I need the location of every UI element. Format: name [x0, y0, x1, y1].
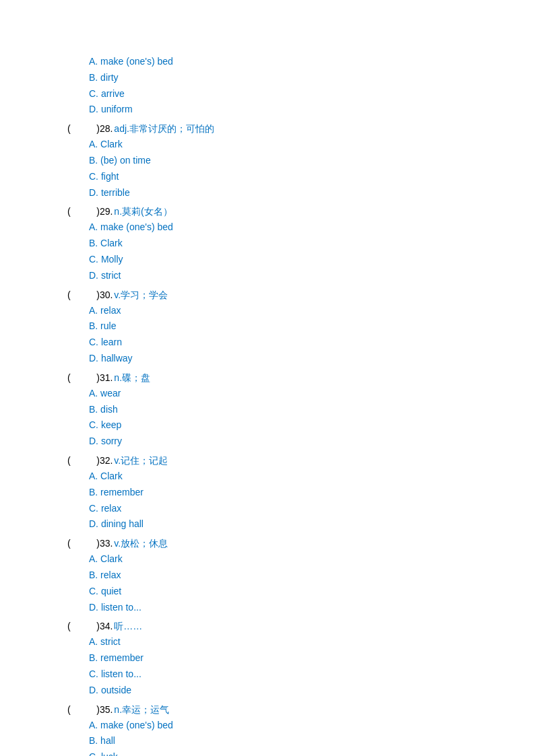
- option-a-28: A. Clark: [89, 137, 535, 153]
- question-line-34: ( )34. 听……: [67, 621, 535, 633]
- options-33: A. Clark B. relax C. quiet D. listen to.…: [89, 551, 535, 615]
- question-block-34: ( )34. 听…… A. strict B. remember C. list…: [67, 621, 535, 698]
- option-d-31: D. sorry: [89, 434, 535, 450]
- paren-left-28: (: [67, 123, 78, 134]
- paren-right-29: )29.: [78, 206, 113, 217]
- options-34: A. strict B. remember C. listen to... D.…: [89, 634, 535, 698]
- option-b-intro: B. dirty: [89, 70, 535, 86]
- option-c-30: C. learn: [89, 335, 535, 351]
- question-text-34: 听……: [114, 621, 142, 633]
- option-c-35: C. luck: [89, 749, 535, 756]
- question-text-29: n.莫莉(女名）: [114, 206, 172, 218]
- question-block-35: ( )35. n.幸运；运气 A. make (one's) bed B. ha…: [67, 704, 535, 757]
- paren-left-30: (: [67, 289, 78, 300]
- paren-left-34: (: [67, 621, 78, 631]
- option-d-28: D. terrible: [89, 185, 535, 201]
- paren-right-30: )30.: [78, 289, 113, 300]
- option-d-33: D. listen to...: [89, 600, 535, 616]
- question-text-28: adj.非常讨厌的；可怕的: [114, 123, 214, 135]
- paren-right-31: )31.: [78, 372, 113, 383]
- question-text-31: n.碟；盘: [114, 372, 150, 384]
- option-a-34: A. strict: [89, 634, 535, 650]
- question-line-31: ( )31. n.碟；盘: [67, 372, 535, 384]
- paren-left-32: (: [67, 455, 78, 466]
- paren-right-33: )33.: [78, 538, 113, 549]
- option-a-33: A. Clark: [89, 551, 535, 568]
- paren-left-33: (: [67, 538, 78, 549]
- option-d-34: D. outside: [89, 683, 535, 699]
- option-c-33: C. quiet: [89, 584, 535, 600]
- paren-left-35: (: [67, 704, 78, 715]
- option-b-30: B. rule: [89, 318, 535, 335]
- option-b-31: B. dish: [89, 402, 535, 418]
- option-c-intro: C. arrive: [89, 86, 535, 102]
- option-b-28: B. (be) on time: [89, 153, 535, 169]
- option-a-35: A. make (one's) bed: [89, 718, 535, 734]
- options-32: A. Clark B. remember C. relax D. dining …: [89, 469, 535, 532]
- option-c-34: C. listen to...: [89, 666, 535, 683]
- option-a-29: A. make (one's) bed: [89, 219, 535, 236]
- question-line-33: ( )33. v.放松；休息: [67, 538, 535, 550]
- option-b-29: B. Clark: [89, 236, 535, 252]
- question-block-33: ( )33. v.放松；休息 A. Clark B. relax C. quie…: [67, 538, 535, 615]
- question-block-30: ( )30. v.学习；学会 A. relax B. rule C. learn…: [67, 289, 535, 367]
- question-block-28: ( )28. adj.非常讨厌的；可怕的 A. Clark B. (be) on…: [67, 123, 535, 201]
- option-a-31: A. wear: [89, 386, 535, 402]
- question-block-31: ( )31. n.碟；盘 A. wear B. dish C. keep D. …: [67, 372, 535, 450]
- options-31: A. wear B. dish C. keep D. sorry: [89, 386, 535, 450]
- option-a-30: A. relax: [89, 303, 535, 319]
- options-29: A. make (one's) bed B. Clark C. Molly D.…: [89, 219, 535, 283]
- question-line-32: ( )32. v.记住；记起: [67, 455, 535, 467]
- question-text-30: v.学习；学会: [114, 289, 168, 302]
- option-c-31: C. keep: [89, 417, 535, 434]
- main-content: A. make (one's) bed B. dirty C. arrive D…: [67, 54, 535, 756]
- option-d-29: D. strict: [89, 268, 535, 284]
- options-30: A. relax B. rule C. learn D. hallway: [89, 303, 535, 367]
- question-line-35: ( )35. n.幸运；运气: [67, 704, 535, 716]
- option-c-32: C. relax: [89, 501, 535, 517]
- options-intro: A. make (one's) bed B. dirty C. arrive D…: [89, 54, 535, 118]
- options-35: A. make (one's) bed B. hall C. luck D. k…: [89, 718, 535, 757]
- option-c-29: C. Molly: [89, 252, 535, 268]
- paren-right-28: )28.: [78, 123, 113, 134]
- option-a-intro: A. make (one's) bed: [89, 54, 535, 70]
- paren-left-29: (: [67, 206, 78, 217]
- option-b-32: B. remember: [89, 485, 535, 501]
- question-block-29: ( )29. n.莫莉(女名） A. make (one's) bed B. C…: [67, 206, 535, 283]
- question-text-33: v.放松；休息: [114, 538, 168, 550]
- question-line-28: ( )28. adj.非常讨厌的；可怕的: [67, 123, 535, 135]
- option-a-32: A. Clark: [89, 469, 535, 485]
- question-text-32: v.记住；记起: [114, 455, 168, 467]
- question-line-30: ( )30. v.学习；学会: [67, 289, 535, 302]
- paren-left-31: (: [67, 372, 78, 383]
- question-block-32: ( )32. v.记住；记起 A. Clark B. remember C. r…: [67, 455, 535, 532]
- paren-right-35: )35.: [78, 704, 113, 715]
- paren-right-32: )32.: [78, 455, 113, 466]
- question-line-29: ( )29. n.莫莉(女名）: [67, 206, 535, 218]
- option-b-33: B. relax: [89, 568, 535, 584]
- option-b-35: B. hall: [89, 733, 535, 749]
- option-d-intro: D. uniform: [89, 102, 535, 118]
- options-28: A. Clark B. (be) on time C. fight D. ter…: [89, 137, 535, 201]
- question-block-intro: A. make (one's) bed B. dirty C. arrive D…: [67, 54, 535, 118]
- option-d-32: D. dining hall: [89, 516, 535, 532]
- option-b-34: B. remember: [89, 650, 535, 666]
- option-c-28: C. fight: [89, 169, 535, 185]
- paren-right-34: )34.: [78, 621, 113, 631]
- option-d-30: D. hallway: [89, 351, 535, 367]
- question-text-35: n.幸运；运气: [114, 704, 169, 716]
